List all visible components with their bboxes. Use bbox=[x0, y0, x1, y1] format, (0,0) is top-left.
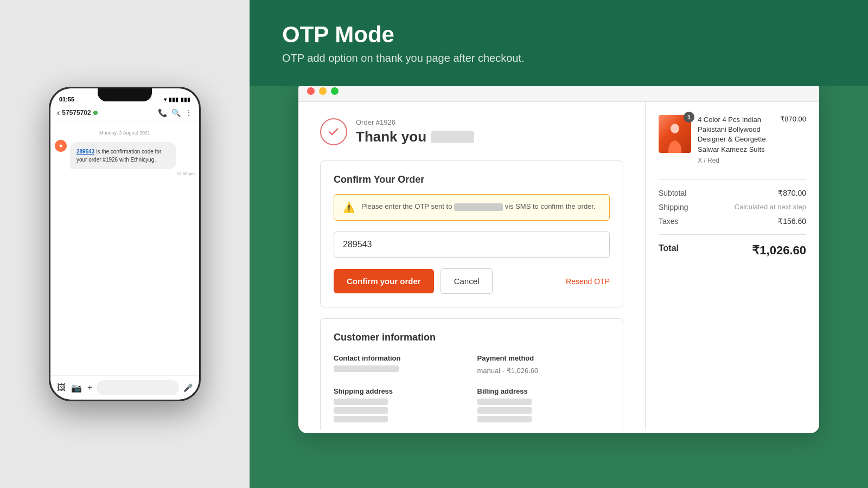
browser-content: Order #1926 Thank you Confirm Your Order bbox=[298, 102, 819, 430]
contact-number: 57575702 bbox=[62, 109, 91, 117]
warning-box: ⚠️ Please enter the OTP sent to vis SMS … bbox=[334, 194, 610, 221]
total-value: ₹1,026.60 bbox=[752, 243, 806, 258]
email-redacted bbox=[334, 365, 399, 372]
order-number: Order #1926 bbox=[356, 118, 474, 126]
sender-avatar: ★ bbox=[55, 140, 67, 152]
right-panel: OTP Mode OTP add option on thank you pag… bbox=[250, 0, 868, 488]
shipping-line1-redacted bbox=[334, 399, 388, 405]
check-icon bbox=[327, 125, 340, 138]
browser-titlebar bbox=[298, 86, 819, 102]
sms-content: Monday, 2 August 2021 ★ 289543 is the co… bbox=[50, 121, 199, 375]
window-close-btn[interactable] bbox=[307, 87, 315, 95]
shipping-label: Shipping bbox=[659, 203, 688, 211]
phone-nav-left: ‹ 57575702 bbox=[57, 108, 98, 118]
svg-point-0 bbox=[671, 124, 679, 133]
more-icon[interactable]: ⋮ bbox=[185, 108, 193, 117]
phone-contact: 57575702 bbox=[62, 109, 97, 117]
otp-card-title: Confirm Your Order bbox=[334, 174, 610, 185]
total-divider bbox=[659, 234, 806, 235]
subtotal-row: Subtotal ₹870.00 bbox=[659, 189, 806, 197]
phone-time: 01:55 bbox=[59, 96, 74, 102]
product-variant: X / Red bbox=[698, 157, 774, 164]
contact-info-section: Contact information bbox=[334, 354, 467, 376]
billing-line3-redacted bbox=[477, 416, 532, 422]
browser-window: Order #1926 Thank you Confirm Your Order bbox=[298, 86, 819, 433]
action-buttons: Confirm your order Cancel Resend OTP bbox=[334, 268, 610, 294]
cancel-button[interactable]: Cancel bbox=[441, 268, 493, 294]
camera-icon[interactable]: 📷 bbox=[71, 383, 82, 393]
shipping-line3-redacted bbox=[334, 416, 388, 422]
thank-you-text: Thank you bbox=[356, 129, 426, 145]
sms-message-row: ★ 289543 is the confirmation code for yo… bbox=[55, 140, 195, 176]
image-icon[interactable]: 🖼 bbox=[57, 383, 66, 393]
subtotal-value: ₹870.00 bbox=[778, 189, 806, 197]
phone-notch bbox=[98, 88, 152, 101]
customer-name-redacted bbox=[431, 131, 474, 143]
shipping-address-label: Shipping address bbox=[334, 387, 467, 395]
call-icon[interactable]: 📞 bbox=[158, 108, 167, 117]
payment-method-section: Payment method manual - ₹1,026.60 bbox=[477, 354, 610, 376]
window-maximize-btn[interactable] bbox=[331, 87, 339, 95]
window-minimize-btn[interactable] bbox=[319, 87, 327, 95]
page-subtitle: OTP add option on thank you page after c… bbox=[282, 52, 835, 65]
billing-line1-redacted bbox=[477, 399, 532, 405]
avatar-icon: ★ bbox=[59, 143, 63, 149]
order-check-circle bbox=[320, 118, 347, 145]
billing-line2-redacted bbox=[477, 407, 532, 414]
payment-method-label: Payment method bbox=[477, 354, 610, 362]
product-price: ₹870.00 bbox=[780, 115, 806, 123]
otp-input[interactable] bbox=[334, 232, 610, 258]
battery-icon: ▮▮▮ bbox=[181, 97, 190, 102]
resend-otp-button[interactable]: Resend OTP bbox=[566, 277, 610, 286]
shipping-row: Shipping Calculated at next step bbox=[659, 203, 806, 211]
phone-nav-right: 📞 🔍 ⋮ bbox=[158, 108, 193, 117]
product-quantity-badge: 1 bbox=[684, 112, 694, 123]
product-person-svg bbox=[666, 123, 685, 153]
checkout-main: Order #1926 Thank you Confirm Your Order bbox=[298, 102, 646, 430]
warning-prefix: Please enter the OTP sent to bbox=[361, 202, 452, 210]
signal-icon: ▮▮▮ bbox=[169, 97, 178, 102]
shipping-value: Calculated at next step bbox=[735, 203, 806, 211]
green-header: OTP Mode OTP add option on thank you pag… bbox=[250, 0, 868, 86]
phone-screen: 01:55 ▾ ▮▮▮ ▮▮▮ ‹ 57575702 📞 bbox=[50, 88, 199, 400]
phone-panel: 01:55 ▾ ▮▮▮ ▮▮▮ ‹ 57575702 📞 bbox=[0, 0, 250, 488]
customer-info-title: Customer information bbox=[334, 332, 610, 343]
page-title: OTP Mode bbox=[282, 22, 835, 48]
billing-address-section: Billing address bbox=[477, 387, 610, 425]
price-divider bbox=[659, 179, 806, 180]
browser-area: Order #1926 Thank you Confirm Your Order bbox=[250, 86, 868, 488]
taxes-row: Taxes ₹156.60 bbox=[659, 217, 806, 226]
product-img-wrap: 1 bbox=[659, 115, 691, 153]
phone-nav: ‹ 57575702 📞 🔍 ⋮ bbox=[50, 105, 199, 121]
contact-info-label: Contact information bbox=[334, 354, 467, 362]
product-details: 4 Color 4 Pcs Indian Pakistani Bollywood… bbox=[698, 115, 774, 166]
subtotal-label: Subtotal bbox=[659, 189, 686, 197]
sms-otp-code: 289543 bbox=[76, 149, 94, 155]
phone-mockup: 01:55 ▾ ▮▮▮ ▮▮▮ ‹ 57575702 📞 bbox=[49, 87, 201, 401]
payment-method-value: manual - ₹1,026.60 bbox=[477, 365, 610, 376]
thank-you-line: Thank you bbox=[356, 129, 474, 145]
sms-date: Monday, 2 August 2021 bbox=[55, 130, 195, 136]
wifi-icon: ▾ bbox=[164, 97, 167, 102]
order-info: Order #1926 Thank you bbox=[356, 118, 474, 145]
phone-bottom-icons: 🖼 📷 + bbox=[57, 383, 92, 393]
product-row: 1 4 Color 4 Pcs Indian Pakistani Bollywo… bbox=[659, 115, 806, 166]
taxes-label: Taxes bbox=[659, 217, 679, 226]
warning-icon: ⚠️ bbox=[343, 202, 355, 214]
customer-info-card: Customer information Contact information… bbox=[320, 318, 623, 430]
phone-bottom-bar: 🖼 📷 + 🎤 bbox=[50, 375, 199, 400]
customer-info-grid: Contact information Payment method manua… bbox=[334, 354, 610, 425]
phone-redacted bbox=[454, 203, 503, 211]
sms-time: 12:50 pm bbox=[70, 171, 195, 176]
shipping-line2-redacted bbox=[334, 407, 388, 414]
back-icon[interactable]: ‹ bbox=[57, 108, 60, 118]
confirm-order-button[interactable]: Confirm your order bbox=[334, 269, 434, 293]
phone-status-icons: ▾ ▮▮▮ ▮▮▮ bbox=[164, 97, 190, 102]
search-icon[interactable]: 🔍 bbox=[171, 108, 181, 117]
warning-text: Please enter the OTP sent to vis SMS to … bbox=[361, 201, 596, 212]
mic-icon[interactable]: 🎤 bbox=[183, 383, 193, 392]
product-name: 4 Color 4 Pcs Indian Pakistani Bollywood… bbox=[698, 115, 774, 155]
sms-input[interactable] bbox=[97, 380, 179, 395]
online-dot bbox=[93, 111, 98, 115]
plus-icon[interactable]: + bbox=[87, 383, 92, 393]
